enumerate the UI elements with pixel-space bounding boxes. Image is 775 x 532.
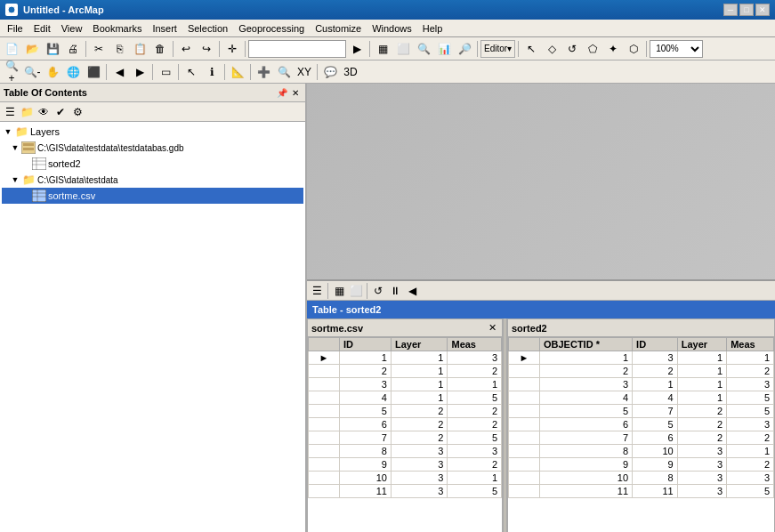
- toc-source-btn[interactable]: 📁: [19, 104, 35, 120]
- select-all-btn[interactable]: ▦: [331, 283, 347, 299]
- toc-pin-btn[interactable]: 📌: [276, 86, 288, 99]
- menu-help[interactable]: Help: [417, 21, 448, 36]
- table-options-btn[interactable]: ☰: [309, 283, 325, 299]
- globe-btn[interactable]: 🌐: [63, 62, 83, 82]
- clear-sel-btn[interactable]: ⬜: [393, 39, 413, 59]
- delete-button[interactable]: 🗑: [150, 39, 170, 59]
- redo-button[interactable]: ↪: [197, 39, 216, 59]
- sortme-col-meas[interactable]: Meas: [448, 338, 502, 351]
- zoom-level-select[interactable]: 100%: [650, 40, 703, 58]
- sortme-table-scroll[interactable]: ID Layer Meas ► 1 1 3 2 1 2 3 1 1: [308, 337, 502, 532]
- move-button[interactable]: ✛: [222, 39, 242, 59]
- refresh-btn[interactable]: ↺: [370, 283, 386, 299]
- menu-selection[interactable]: Selection: [182, 21, 233, 36]
- minimize-button[interactable]: ─: [723, 4, 738, 16]
- toc-options-btn[interactable]: ⚙: [69, 104, 85, 120]
- location-input[interactable]: [248, 40, 346, 58]
- split-btn[interactable]: ✦: [603, 39, 623, 59]
- table-row: 11 3 5: [309, 485, 502, 498]
- sep-t2: [152, 64, 153, 80]
- editor-dropdown[interactable]: Editor▾: [480, 40, 515, 58]
- menu-edit[interactable]: Edit: [28, 21, 56, 36]
- reshape-btn[interactable]: ⬠: [583, 39, 602, 59]
- maximize-button[interactable]: □: [739, 4, 754, 16]
- row-arrow: [309, 405, 340, 418]
- sorted2-col-objectid[interactable]: OBJECTID *: [540, 338, 633, 351]
- vertex-btn[interactable]: ◇: [542, 39, 561, 59]
- toc-sel-btn[interactable]: ✔: [52, 104, 69, 120]
- collapse-btn[interactable]: ◀: [404, 283, 420, 299]
- tree-geodatabase[interactable]: ▼ C:\GIS\data\testdata\testdatabas.gdb: [2, 140, 303, 156]
- search-btn[interactable]: 🔍: [274, 62, 294, 82]
- save-button[interactable]: 💾: [43, 39, 62, 59]
- desel-btn[interactable]: ⬜: [348, 283, 364, 299]
- row-arrow: [509, 405, 540, 418]
- cell-objectid: 9: [540, 458, 633, 472]
- zoom-out-btn[interactable]: 🔍-: [22, 62, 42, 82]
- info-btn[interactable]: ℹ: [202, 62, 222, 82]
- merge-btn[interactable]: ⬡: [624, 39, 643, 59]
- sorted2-table-scroll[interactable]: OBJECTID * ID Layer Meas ► 1 3 1 1 2 2 1: [508, 337, 774, 532]
- new-button[interactable]: 📄: [2, 39, 21, 59]
- identify-btn[interactable]: 🔎: [455, 39, 474, 59]
- sortme-panel-header: sortme.csv ✕: [308, 319, 502, 337]
- cell-meas: 5: [727, 405, 774, 418]
- table-window-toolbar: ☰ ▦ ⬜ ↺ ⏸ ◀: [307, 281, 775, 301]
- pan-btn[interactable]: ✋: [43, 62, 62, 82]
- toc-close-btn[interactable]: ✕: [289, 86, 302, 99]
- back-btn[interactable]: ◀: [109, 62, 129, 82]
- sorted2-col-id[interactable]: ID: [633, 338, 678, 351]
- menu-windows[interactable]: Windows: [367, 21, 417, 36]
- toc-list-btn[interactable]: ☰: [2, 104, 18, 120]
- html-popup-btn[interactable]: 💬: [320, 62, 340, 82]
- print-button[interactable]: 🖨: [63, 39, 83, 59]
- menu-file[interactable]: File: [2, 21, 28, 36]
- table-row: 5 2 2: [309, 405, 502, 418]
- attr-table-btn[interactable]: 📊: [434, 39, 454, 59]
- select-features-btn[interactable]: ▦: [373, 39, 392, 59]
- sortme-close-btn[interactable]: ✕: [486, 322, 498, 335]
- sortme-col-layer[interactable]: Layer: [391, 338, 448, 351]
- tree-layers-root[interactable]: ▼ 📁 Layers: [2, 124, 303, 140]
- coordinate-btn[interactable]: XY: [295, 62, 314, 82]
- cell-id: 4: [633, 391, 678, 405]
- rotate-btn[interactable]: ↺: [562, 39, 582, 59]
- undo-button[interactable]: ↩: [176, 39, 196, 59]
- toc-vis-btn[interactable]: 👁: [36, 104, 52, 120]
- go-button[interactable]: ▶: [347, 39, 367, 59]
- forward-btn[interactable]: ▶: [130, 62, 149, 82]
- 3d-btn[interactable]: 3D: [341, 62, 360, 82]
- sep6: [477, 41, 478, 57]
- cut-button[interactable]: ✂: [89, 39, 109, 59]
- pointer-tool-btn[interactable]: ↖: [182, 62, 201, 82]
- tree-sortme-csv[interactable]: sortme.csv: [2, 188, 303, 204]
- tree-folder[interactable]: ▼ 📁 C:\GIS\data\testdata: [2, 172, 303, 188]
- paste-button[interactable]: 📋: [130, 39, 149, 59]
- measure-btn[interactable]: 📐: [228, 62, 247, 82]
- sorted2-col-meas[interactable]: Meas: [727, 338, 774, 351]
- folder-icon: 📁: [21, 173, 36, 187]
- zoom-sel-btn[interactable]: 🔍: [414, 39, 433, 59]
- cell-meas: 1: [727, 351, 774, 365]
- sel-by-rect-btn[interactable]: ▭: [156, 62, 175, 82]
- sorted2-col-layer[interactable]: Layer: [677, 338, 726, 351]
- menu-customize[interactable]: Customize: [310, 21, 367, 36]
- close-button[interactable]: ✕: [755, 4, 770, 16]
- full-extent-btn[interactable]: ⬛: [84, 62, 103, 82]
- copy-button[interactable]: ⎘: [109, 39, 129, 59]
- open-button[interactable]: 📂: [22, 39, 42, 59]
- cell-meas: 5: [448, 485, 502, 498]
- pause-btn[interactable]: ⏸: [387, 283, 403, 299]
- menu-view[interactable]: View: [56, 21, 88, 36]
- sortme-col-id[interactable]: ID: [340, 338, 392, 351]
- sortme-table-panel: sortme.csv ✕ ID Layer Meas: [307, 318, 503, 532]
- menu-bookmarks[interactable]: Bookmarks: [87, 21, 147, 36]
- zoom-in-btn[interactable]: 🔍+: [2, 62, 21, 82]
- add-data-btn[interactable]: ➕: [254, 62, 273, 82]
- menu-insert[interactable]: Insert: [147, 21, 182, 36]
- tree-sorted2[interactable]: sorted2: [2, 156, 303, 172]
- row-arrow: [309, 391, 340, 405]
- pointer-btn[interactable]: ↖: [521, 39, 541, 59]
- menu-geoprocessing[interactable]: Geoprocessing: [233, 21, 310, 36]
- svg-rect-2: [23, 143, 34, 146]
